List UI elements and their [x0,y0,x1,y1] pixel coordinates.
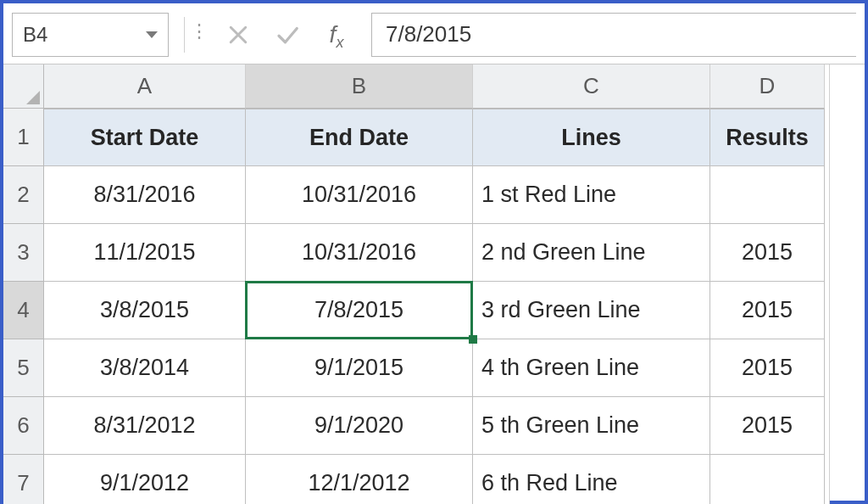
cell-B1[interactable]: End Date [246,109,473,166]
resize-dots-icon: ⋮ [190,22,214,41]
cell-A5[interactable]: 3/8/2014 [44,339,246,397]
table-row: 43/8/20157/8/20153 rd Green Line2015 [3,282,865,339]
column-header-C[interactable]: C [473,64,710,109]
column-header-B[interactable]: B [246,64,473,109]
enter-button[interactable] [263,14,312,56]
cell-A3[interactable]: 11/1/2015 [44,224,246,282]
row-header-5[interactable]: 5 [3,339,44,397]
excel-window: B4 ⋮ fx 7/8/2015 ABCD 1Start DateEnd Dat… [0,0,868,504]
cell-A1[interactable]: Start Date [44,109,246,166]
header-row: 1Start DateEnd DateLinesResults [3,109,865,166]
cell-B4[interactable]: 7/8/2015 [246,282,473,339]
column-header-row: ABCD [3,64,865,109]
cell-D3[interactable]: 2015 [710,224,825,282]
cell-C2[interactable]: 1 st Red Line [473,166,710,224]
row-header-3[interactable]: 3 [3,224,44,282]
name-box[interactable]: B4 [12,13,169,57]
column-header-A[interactable]: A [44,64,246,109]
cell-D5[interactable]: 2015 [710,339,825,397]
cell-A7[interactable]: 9/1/2012 [44,455,246,504]
fx-icon: fx [330,21,344,48]
cell-C4[interactable]: 3 rd Green Line [473,282,710,339]
cell-C6[interactable]: 5 th Green Line [473,397,710,455]
cancel-button[interactable] [214,14,263,56]
cell-D6[interactable]: 2015 [710,397,825,455]
cell-D2[interactable] [710,166,825,224]
table-row: 68/31/20129/1/20205 th Green Line2015 [3,397,865,455]
table-row: 311/1/201510/31/20162 nd Green Line2015 [3,224,865,282]
cell-D1[interactable]: Results [710,109,825,166]
cell-A4[interactable]: 3/8/2015 [44,282,246,339]
cell-C7[interactable]: 6 th Red Line [473,455,710,504]
formula-value: 7/8/2015 [386,21,471,48]
name-box-value: B4 [23,23,47,47]
cell-B6[interactable]: 9/1/2020 [246,397,473,455]
select-all-corner[interactable] [3,64,44,109]
formula-input[interactable]: 7/8/2015 [371,13,856,57]
name-box-dropdown-icon[interactable] [146,31,158,38]
table-row: 53/8/20149/1/20154 th Green Line2015 [3,339,865,397]
insert-function-button[interactable]: fx [312,14,361,56]
cell-B2[interactable]: 10/31/2016 [246,166,473,224]
cell-A2[interactable]: 8/31/2016 [44,166,246,224]
cell-D7[interactable] [710,455,825,504]
cell-D4[interactable]: 2015 [710,282,825,339]
spreadsheet-grid[interactable]: ABCD 1Start DateEnd DateLinesResults28/3… [3,64,865,501]
cell-C3[interactable]: 2 nd Green Line [473,224,710,282]
cell-C5[interactable]: 4 th Green Line [473,339,710,397]
row-header-4[interactable]: 4 [3,282,44,339]
row-header-2[interactable]: 2 [3,166,44,224]
check-icon [275,22,300,48]
x-icon [225,22,251,48]
formula-bar: B4 ⋮ fx 7/8/2015 [3,3,865,64]
row-header-6[interactable]: 6 [3,397,44,455]
table-row: 79/1/201212/1/20126 th Red Line [3,455,865,504]
cell-A6[interactable]: 8/31/2012 [44,397,246,455]
separator [184,17,185,53]
cell-B3[interactable]: 10/31/2016 [246,224,473,282]
column-header-D[interactable]: D [710,64,825,109]
cell-C1[interactable]: Lines [473,109,710,166]
cell-B7[interactable]: 12/1/2012 [246,455,473,504]
table-row: 28/31/201610/31/20161 st Red Line [3,166,865,224]
cell-B5[interactable]: 9/1/2015 [246,339,473,397]
row-header-1[interactable]: 1 [3,109,44,166]
row-header-7[interactable]: 7 [3,455,44,504]
